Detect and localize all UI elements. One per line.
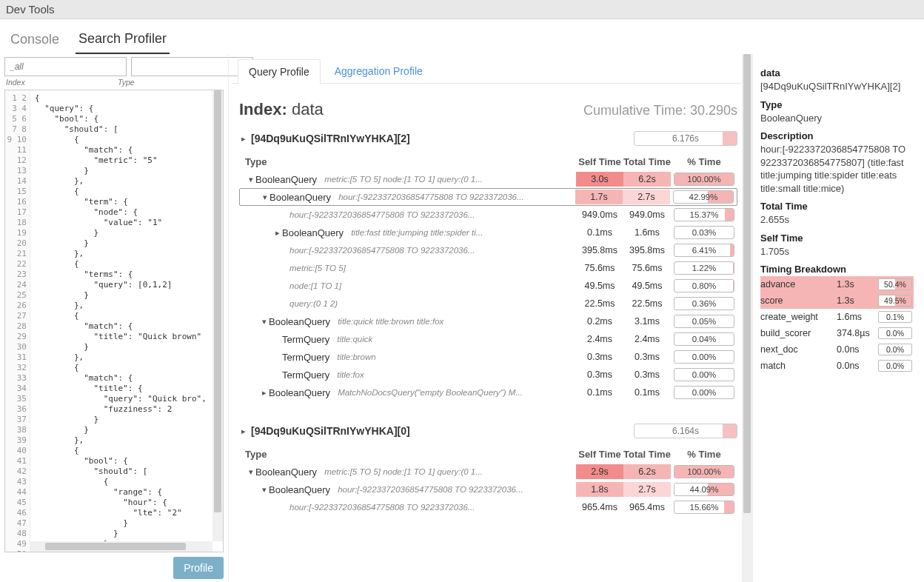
chevron-down-icon[interactable]: ▾ — [260, 317, 269, 327]
row-desc: title:quick title:brown title:fox — [338, 317, 443, 326]
profile-row[interactable]: TermQuerytitle:quick2.4ms2.4ms0.04% — [239, 330, 737, 348]
breakdown-row: next_doc0.0ns0.0% — [760, 341, 914, 358]
profile-row[interactable]: hour:[-9223372036854775808 TO 9223372036… — [239, 206, 737, 224]
index-title: Index: data — [239, 100, 324, 119]
tab-search-profiler[interactable]: Search Profiler — [76, 27, 170, 54]
self-time: 0.3ms — [576, 367, 623, 382]
self-time: 965.4ms — [576, 500, 623, 515]
index-label: Index — [4, 78, 112, 87]
total-time: 6.2s — [623, 172, 671, 187]
breakdown-row: score1.3s49.5% — [760, 292, 914, 309]
total-time: 22.5ms — [623, 296, 671, 311]
row-desc: hour:[-9223372036854775808 TO 9223372036… — [338, 485, 523, 494]
editor-code[interactable]: { "query": { "bool": { "should": [ { "ma… — [30, 90, 223, 552]
shard-header[interactable]: ▸[94Dq9uKuQSilTRnIYwYHKA][2]6.176s — [239, 131, 737, 146]
chevron-down-icon[interactable]: ▾ — [260, 485, 269, 495]
shard-title: [94Dq9uKuQSilTRnIYwYHKA][0] — [251, 425, 634, 437]
shard-header[interactable]: ▸[94Dq9uKuQSilTRnIYwYHKA][0]6.164s — [239, 424, 737, 438]
editor-gutter: 1 2 3 4 5 6 7 8 9 10 11 12 13 14 15 16 1… — [5, 90, 30, 552]
total-time: 949.0ms — [623, 207, 671, 222]
total-time: 965.4ms — [623, 500, 671, 515]
tab-console[interactable]: Console — [7, 27, 62, 53]
row-name: TermQuery — [282, 369, 329, 381]
total-time: 49.5ms — [623, 278, 671, 293]
index-input[interactable] — [4, 57, 127, 76]
row-desc: hour:[-9223372036854775808 TO 9223372036… — [338, 193, 523, 201]
breakdown-row: advance1.3s50.4% — [760, 276, 914, 292]
scrollbar-vertical[interactable] — [212, 90, 223, 541]
profile-row[interactable]: hour:[-9223372036854775808 TO 9223372036… — [239, 498, 737, 516]
self-time: 75.6ms — [576, 261, 623, 275]
profile-row[interactable]: TermQuerytitle:brown0.3ms0.3ms0.00% — [239, 348, 737, 366]
detail-panel: data [94Dq9uKuQSilTRnIYwYHKA][2] Type Bo… — [752, 54, 924, 582]
profile-row[interactable]: ▸BooleanQuerytitle:fast title:jumping ti… — [239, 224, 737, 241]
detail-self-value: 1.705s — [760, 245, 914, 258]
profile-row[interactable]: ▾BooleanQuerymetric:[5 TO 5] node:[1 TO … — [239, 463, 737, 481]
breakdown-time: 0.0ns — [837, 361, 878, 371]
profile-row[interactable]: ▾BooleanQueryhour:[-9223372036854775808 … — [239, 481, 737, 498]
percent-bar: 100.00% — [674, 465, 734, 478]
breakdown-bar: 0.0% — [878, 327, 912, 339]
subtab-query-profile[interactable]: Query Profile — [238, 59, 321, 84]
shard-title: [94Dq9uKuQSilTRnIYwYHKA][2] — [251, 133, 634, 144]
profile-row[interactable]: ▸BooleanQueryMatchNoDocsQuery("empty Boo… — [239, 384, 737, 401]
breakdown-name: create_weight — [760, 312, 837, 322]
percent-bar: 0.00% — [674, 368, 734, 381]
self-time: 49.5ms — [576, 278, 623, 293]
profile-row[interactable]: node:[1 TO 1]49.5ms49.5ms0.80% — [239, 277, 737, 295]
chevron-down-icon[interactable]: ▾ — [247, 175, 255, 184]
self-time: 22.5ms — [576, 296, 623, 311]
detail-total-value: 2.655s — [760, 213, 914, 227]
percent-bar: 15.37% — [674, 208, 734, 221]
breakdown-bar: 0.1% — [878, 311, 912, 323]
self-time: 0.1ms — [576, 225, 623, 240]
query-editor[interactable]: 1 2 3 4 5 6 7 8 9 10 11 12 13 14 15 16 1… — [4, 90, 224, 552]
row-name: BooleanQuery — [255, 466, 317, 478]
row-desc: MatchNoDocsQuery("empty BooleanQuery") M… — [338, 388, 523, 397]
chevron-right-icon[interactable]: ▸ — [273, 228, 282, 238]
row-name: TermQuery — [282, 334, 329, 345]
profile-button[interactable]: Profile — [173, 557, 224, 579]
self-time: 0.1ms — [576, 385, 623, 400]
profile-row[interactable]: ▾BooleanQuerymetric:[5 TO 5] node:[1 TO … — [239, 170, 737, 188]
total-time: 0.1ms — [623, 385, 671, 400]
chevron-down-icon[interactable]: ▾ — [247, 467, 255, 477]
breakdown-bar: 50.4% — [878, 278, 912, 290]
scrollbar-horizontal[interactable] — [30, 541, 212, 552]
profile-row[interactable]: metric:[5 TO 5]75.6ms75.6ms1.22% — [239, 259, 737, 277]
total-time: 2.4ms — [623, 332, 671, 347]
cumulative-time: Cumulative Time: 30.290s — [583, 103, 737, 118]
profile-row[interactable]: TermQuerytitle:fox0.3ms0.3ms0.00% — [239, 366, 737, 384]
chevron-right-icon[interactable]: ▸ — [239, 427, 248, 436]
profile-row[interactable]: hour:[-9223372036854775808 TO 9223372036… — [239, 241, 737, 259]
profile-row[interactable]: query:(0 1 2)22.5ms22.5ms0.36% — [239, 295, 737, 312]
percent-bar: 0.04% — [674, 332, 734, 346]
scrollbar-vertical[interactable] — [742, 54, 752, 582]
row-desc: title:quick — [337, 335, 372, 344]
total-time: 2.7s — [623, 482, 671, 497]
total-time: 6.2s — [623, 464, 671, 479]
profile-row[interactable]: ▾BooleanQueryhour:[-9223372036854775808 … — [239, 188, 737, 206]
row-desc: node:[1 TO 1] — [289, 281, 341, 290]
row-name: BooleanQuery — [269, 484, 330, 495]
detail-title-value: [94Dq9uKuQSilTRnIYwYHKA][2] — [760, 80, 914, 93]
chevron-right-icon[interactable]: ▸ — [239, 134, 248, 144]
row-name: BooleanQuery — [255, 174, 317, 185]
chevron-right-icon[interactable]: ▸ — [260, 388, 269, 398]
self-time: 2.4ms — [576, 332, 623, 347]
table-header: TypeSelf TimeTotal Time% Time — [239, 156, 737, 167]
row-name: BooleanQuery — [269, 387, 330, 398]
total-time: 75.6ms — [623, 261, 671, 275]
breakdown-row: build_scorer374.8µs0.0% — [760, 325, 914, 341]
row-name: BooleanQuery — [269, 316, 330, 327]
breakdown-time: 1.6ms — [837, 312, 878, 322]
self-time: 1.8s — [576, 482, 623, 497]
percent-bar: 0.00% — [674, 350, 734, 364]
shard-time-bar: 6.164s — [634, 424, 737, 438]
row-desc: hour:[-9223372036854775808 TO 9223372036… — [289, 246, 475, 255]
row-desc: title:fox — [337, 370, 364, 379]
chevron-down-icon[interactable]: ▾ — [261, 193, 270, 202]
breakdown-name: score — [760, 295, 837, 306]
subtab-aggregation-profile[interactable]: Aggregation Profile — [324, 58, 434, 83]
profile-row[interactable]: ▾BooleanQuerytitle:quick title:brown tit… — [239, 312, 737, 330]
